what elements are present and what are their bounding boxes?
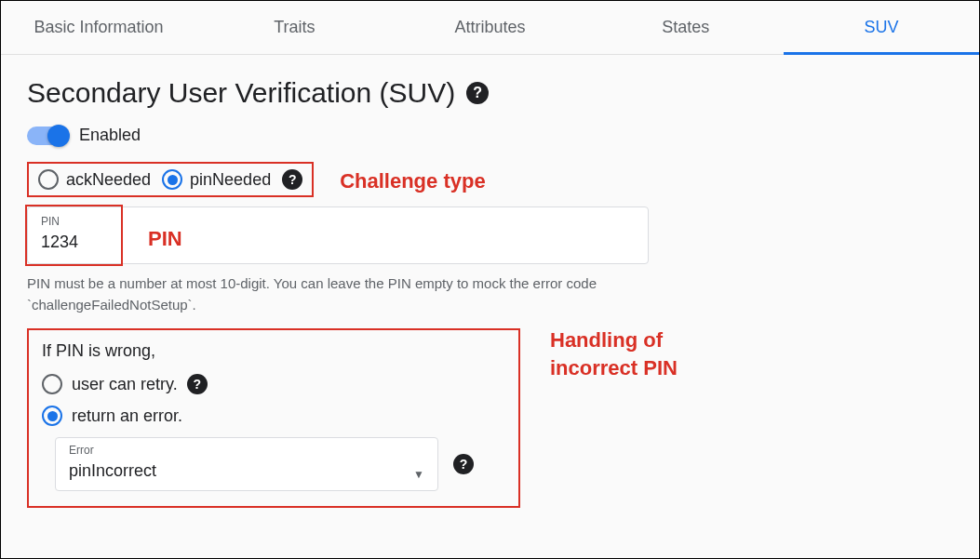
challenge-type-row: ackNeeded pinNeeded ? Challenge type	[27, 162, 953, 201]
help-icon[interactable]: ?	[453, 454, 474, 474]
radio-pinneeded[interactable]	[162, 169, 182, 190]
pin-value: 1234	[41, 233, 78, 252]
tab-attributes[interactable]: Attributes	[392, 1, 587, 54]
pin-row: PIN 1234 PIN	[27, 206, 953, 264]
help-icon[interactable]: ?	[282, 169, 302, 190]
error-select-row: Error pinIncorrect ▼ ?	[55, 437, 505, 491]
app-frame: Basic Information Traits Attributes Stat…	[0, 0, 980, 559]
wrong-pin-handling-group: If PIN is wrong, user can retry. ? retur…	[27, 328, 520, 508]
radio-user-can-retry[interactable]	[42, 374, 62, 394]
pin-hint-text: PIN must be a number at most 10-digit. Y…	[27, 273, 651, 315]
challenge-annotation: Challenge type	[340, 169, 485, 193]
page-title-row: Secondary User Verification (SUV) ?	[27, 77, 953, 109]
help-icon[interactable]: ?	[187, 374, 208, 394]
enabled-label: Enabled	[79, 126, 141, 145]
radio-return-error-label: return an error.	[72, 406, 182, 426]
tab-basic-information[interactable]: Basic Information	[1, 1, 196, 54]
radio-return-error[interactable]	[42, 406, 62, 426]
pin-field-label: PIN	[41, 215, 60, 228]
tab-traits[interactable]: Traits	[196, 1, 392, 54]
handling-row: If PIN is wrong, user can retry. ? retur…	[27, 315, 953, 508]
radio-pinneeded-row[interactable]: pinNeeded	[162, 169, 271, 190]
handling-prompt: If PIN is wrong,	[42, 341, 505, 361]
enabled-toggle-row: Enabled	[27, 126, 953, 145]
radio-pinneeded-label: pinNeeded	[190, 170, 271, 190]
pin-field-wrap: PIN 1234 PIN	[27, 206, 649, 264]
error-select[interactable]: Error pinIncorrect ▼	[55, 437, 438, 491]
help-icon[interactable]: ?	[466, 82, 489, 104]
error-select-value: pinIncorrect	[69, 461, 156, 481]
tab-suv[interactable]: SUV	[784, 1, 979, 54]
radio-ackneeded-row[interactable]: ackNeeded	[38, 169, 151, 190]
error-select-label: Error	[69, 444, 94, 457]
radio-ackneeded-label: ackNeeded	[66, 170, 151, 190]
radio-ackneeded[interactable]	[38, 169, 59, 190]
toggle-knob	[47, 125, 70, 147]
handling-annotation: Handling ofincorrect PIN	[550, 326, 678, 381]
pin-annotation: PIN	[148, 227, 182, 251]
radio-retry-row[interactable]: user can retry. ?	[42, 374, 505, 394]
pin-input[interactable]: PIN 1234	[27, 206, 649, 264]
radio-return-error-row[interactable]: return an error.	[42, 406, 505, 426]
content-area: Secondary User Verification (SUV) ? Enab…	[1, 55, 979, 530]
challenge-type-group: ackNeeded pinNeeded ?	[27, 162, 314, 197]
chevron-down-icon: ▼	[413, 468, 424, 481]
tab-states[interactable]: States	[588, 1, 784, 54]
radio-retry-label: user can retry.	[72, 375, 178, 394]
page-title: Secondary User Verification (SUV)	[27, 77, 455, 109]
enabled-toggle[interactable]	[27, 126, 68, 145]
tab-bar: Basic Information Traits Attributes Stat…	[1, 1, 979, 55]
